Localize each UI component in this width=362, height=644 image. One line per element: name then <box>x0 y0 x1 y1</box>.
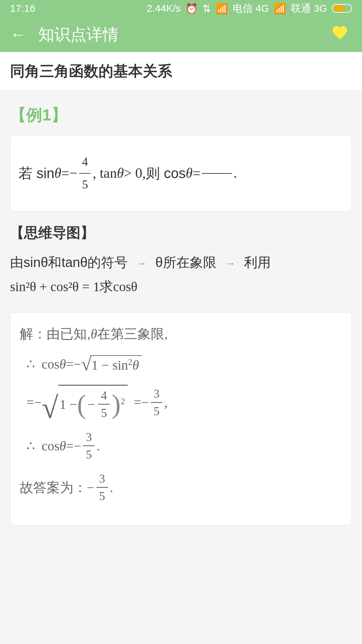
heart-icon <box>331 24 349 41</box>
mindmap-text: 由sinθ和tanθ的符号 → θ所在象限 → 利用 sin²θ + cos²θ… <box>10 250 352 299</box>
solution-line-4: ∴ cosθ = − 3 5 . <box>26 430 342 462</box>
solution-line-1: 解：由已知, θ 在第三象限, <box>20 325 342 343</box>
alarm-icon: ⏰ <box>185 3 198 14</box>
arrow-icon: → <box>136 257 147 269</box>
solution-line-3: = − √ 1 − ( − 4 5 ) 2 = − <box>26 385 342 420</box>
topic-title: 同角三角函数的基本关系 <box>10 61 352 81</box>
problem-text: 若 sinθ = − 4 5 , tanθ > 0, 则 cosθ = . <box>18 146 344 201</box>
battery-icon <box>332 4 352 13</box>
answer-blank <box>202 173 232 174</box>
fraction-3-5: 3 5 <box>83 430 95 462</box>
arrow-icon: → <box>225 257 236 269</box>
signal-icon-1: 📶 <box>216 3 228 14</box>
solution-box: 解：由已知, θ 在第三象限, ∴ cosθ = − √ 1 − sin2θ =… <box>10 312 352 526</box>
fraction-4-5: 4 5 <box>98 388 110 420</box>
app-title: 知识点详情 <box>38 24 119 45</box>
status-left: 17:16 <box>10 3 35 14</box>
example-label: 【例1】 <box>10 104 352 126</box>
status-right: 2.44K/s ⏰ ⇅ 📶 电信 4G 📶 联通 3G <box>147 2 352 15</box>
solution-line-2: ∴ cosθ = − √ 1 − sin2θ <box>26 353 342 375</box>
fraction-3-5: 3 5 <box>151 387 162 418</box>
back-button[interactable]: ← <box>10 25 26 44</box>
status-carrier1: 电信 4G <box>233 2 269 15</box>
page-title-bar: 同角三角函数的基本关系 <box>0 52 362 91</box>
network-traffic-icon: ⇅ <box>202 3 211 14</box>
sqrt-expression: √ 1 − sin2θ <box>81 353 142 375</box>
status-speed: 2.44K/s <box>147 3 181 14</box>
fraction-4-5: 4 5 <box>79 152 90 194</box>
big-sqrt: √ 1 − ( − 4 5 ) 2 <box>42 385 128 420</box>
favorite-button[interactable] <box>331 24 349 45</box>
status-carrier2: 联通 3G <box>291 2 327 15</box>
status-bar: 17:16 2.44K/s ⏰ ⇅ 📶 电信 4G 📶 联通 3G <box>0 0 362 17</box>
content-area: 【例1】 若 sinθ = − 4 5 , tanθ > 0, 则 cosθ =… <box>0 91 362 539</box>
mindmap-label: 【思维导图】 <box>10 223 352 242</box>
solution-line-5: 故答案为： − 3 5 . <box>20 472 342 503</box>
app-bar: ← 知识点详情 <box>0 17 362 52</box>
signal-icon-2: 📶 <box>274 3 286 14</box>
status-time: 17:16 <box>10 3 35 14</box>
fraction-3-5: 3 5 <box>97 472 108 503</box>
problem-box: 若 sinθ = − 4 5 , tanθ > 0, 则 cosθ = . <box>10 135 352 211</box>
